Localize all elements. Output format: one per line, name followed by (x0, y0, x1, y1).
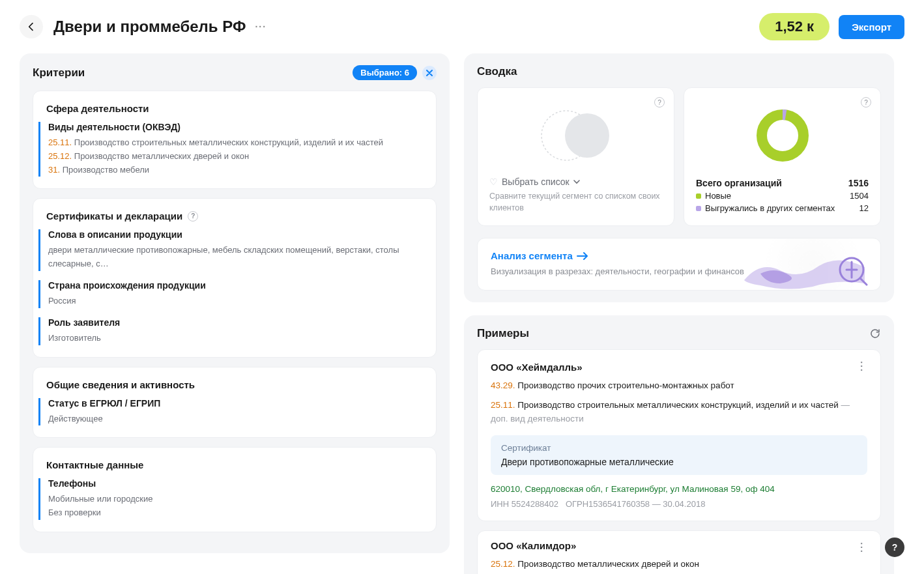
donut-chart (696, 100, 869, 171)
block-label: Страна происхождения продукции (48, 280, 423, 291)
summary-title: Сводка (477, 65, 881, 78)
analysis-card[interactable]: Анализ сегмента Визуализация в разрезах:… (477, 238, 881, 291)
certificate-box: Сертификат Двери противопожарные металли… (491, 435, 867, 475)
criteria-block: Страна происхождения продукции Россия (38, 280, 423, 308)
block-label: Телефоны (48, 478, 423, 489)
map-thumbnail (741, 248, 871, 281)
legend-dot-icon (696, 194, 701, 199)
block-label: Статус в ЕГРЮЛ / ЕГРИП (48, 398, 423, 409)
criteria-block: Телефоны Мобильные или городские Без про… (38, 478, 423, 520)
example-line: 25.11. Производство строительных металли… (491, 399, 867, 426)
help-button[interactable]: ? (885, 538, 904, 557)
page-header: Двери и проммебель РФ ··· 1,52 к Экспорт (20, 13, 904, 40)
example-ids: ИНН 5524288402 ОГРН1536541760358 — 30.04… (491, 499, 867, 509)
block-line: Без проверки (48, 506, 423, 520)
example-menu-button[interactable]: ··· (856, 361, 867, 373)
heart-icon: ♡ (489, 177, 498, 187)
block-text: Изготовитель (48, 332, 423, 345)
refresh-icon (869, 328, 881, 339)
criteria-block: Слова в описании продукции двери металли… (38, 229, 423, 271)
block-label: Слова в описании продукции (48, 229, 423, 240)
examples-panel: Примеры ООО «Хеймдалль» ··· 43.29. Произ… (464, 315, 894, 575)
compare-card: ? ♡ Выбрать список Сравните т (477, 87, 674, 226)
export-button[interactable]: Экспорт (839, 15, 904, 39)
stat-row: Новые 1504 (696, 191, 869, 201)
help-icon[interactable]: ? (861, 97, 871, 108)
select-list-link[interactable]: ♡ Выбрать список (489, 177, 662, 187)
help-icon[interactable]: ? (188, 211, 198, 222)
help-icon[interactable]: ? (654, 97, 665, 108)
example-line: 43.29. Производство прочих строительно-м… (491, 379, 867, 393)
block-line: Мобильные или городские (48, 493, 423, 506)
example-address: 620010, Свердловская обл, г Екатеринбург… (491, 484, 867, 494)
example-name: ООО «Хеймдалль» (491, 362, 583, 373)
totals-title: Всего организаций (696, 178, 782, 188)
summary-panel: Сводка ? ♡ Выбрать список (464, 53, 894, 302)
block-text: Россия (48, 294, 423, 308)
example-card[interactable]: ··· ООО «Калимдор» 25.12. Производство м… (477, 530, 881, 574)
certificate-text: Двери противопожарные металлические (501, 457, 857, 467)
example-line: 25.12. Производство металлических дверей… (491, 558, 867, 571)
criteria-block: Роль заявителя Изготовитель (38, 317, 423, 345)
criteria-group[interactable]: Сфера деятельности Виды деятельности (ОК… (33, 91, 437, 189)
criteria-block: Статус в ЕГРЮЛ / ЕГРИП Действующее (38, 398, 423, 426)
block-line: 25.12. Производство металлических дверей… (48, 150, 423, 164)
block-text: двери металлические противопожарные, меб… (48, 244, 423, 271)
svg-point-2 (762, 115, 803, 156)
selected-count-pill[interactable]: Выбрано: 6 (353, 65, 417, 80)
group-title: Общие сведения и активность (46, 379, 423, 390)
arrow-left-icon (26, 22, 36, 32)
close-icon (426, 70, 433, 76)
count-badge: 1,52 к (759, 13, 830, 40)
examples-title: Примеры (477, 327, 529, 340)
analysis-link[interactable]: Анализ сегмента (491, 250, 588, 261)
chevron-down-icon (573, 179, 580, 185)
refresh-button[interactable] (869, 328, 881, 339)
criteria-panel: Критерии Выбрано: 6 Сфера деятельности В… (20, 53, 450, 553)
page-title: Двери и проммебель РФ (53, 18, 246, 36)
block-label: Роль заявителя (48, 317, 423, 328)
totals-value: 1516 (848, 178, 869, 188)
totals-card: ? Всего организаций 1516 Новы (684, 87, 881, 226)
clear-criteria-button[interactable] (422, 66, 437, 80)
block-line: 25.11. Производство строительных металли… (48, 136, 423, 150)
criteria-block: Виды деятельности (ОКВЭД) 25.11. Произво… (38, 122, 423, 177)
compare-description: Сравните текущий сегмент со списком свои… (489, 191, 662, 214)
svg-point-1 (565, 113, 609, 158)
legend-dot-icon (696, 206, 701, 211)
block-text: Действующее (48, 412, 423, 426)
arrow-right-icon (577, 252, 588, 260)
block-label: Виды деятельности (ОКВЭД) (48, 122, 423, 132)
criteria-group[interactable]: Контактные данные Телефоны Мобильные или… (33, 447, 437, 532)
venn-diagram (489, 100, 662, 171)
more-menu-button[interactable]: ··· (255, 22, 267, 32)
criteria-title: Критерии (33, 66, 85, 79)
group-title: Сфера деятельности (46, 103, 423, 114)
example-menu-button[interactable]: ··· (856, 542, 867, 554)
back-button[interactable] (20, 15, 43, 38)
example-name: ООО «Калимдор» (491, 540, 867, 551)
stat-row: Выгружались в других сегментах 12 (696, 203, 869, 213)
certificate-label: Сертификат (501, 443, 857, 453)
criteria-group[interactable]: Общие сведения и активность Статус в ЕГР… (33, 367, 437, 438)
example-card[interactable]: ООО «Хеймдалль» ··· 43.29. Производство … (477, 349, 881, 522)
criteria-group[interactable]: Сертификаты и декларации? Слова в описан… (33, 198, 437, 357)
group-title: Контактные данные (46, 459, 423, 470)
group-title: Сертификаты и декларации? (46, 210, 423, 222)
block-line: 31. Производство мебели (48, 164, 423, 177)
